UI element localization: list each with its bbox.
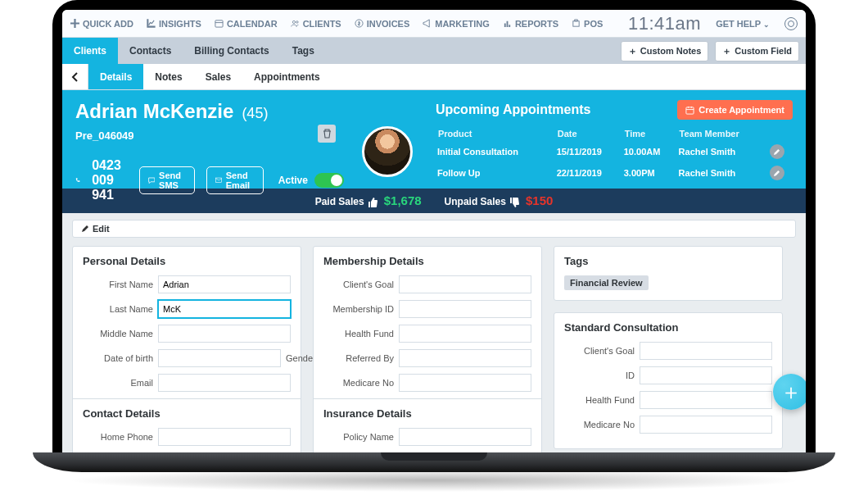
appointments-table: Product Date Time Team Member Initial Co… (436, 126, 793, 184)
nav-insights[interactable]: INSIGHTS (147, 19, 201, 29)
dob-label: Date of birth (83, 353, 153, 363)
send-email-button[interactable]: Send Email (206, 166, 264, 194)
panel-title: Personal Details (83, 255, 291, 267)
table-row: Initial Consultation 15/11/2019 10.00AM … (437, 142, 791, 161)
avatar[interactable] (362, 126, 413, 177)
policy-name-label: Policy Name (323, 432, 394, 442)
top-nav: QUICK ADD INSIGHTS CALENDAR CLIENTS (62, 10, 806, 38)
svg-point-2 (296, 21, 298, 24)
svg-rect-0 (215, 20, 223, 27)
tab-clients[interactable]: Clients (62, 38, 118, 64)
custom-field-button[interactable]: ＋ Custom Field (715, 41, 799, 61)
nav-marketing[interactable]: MARKETING (423, 19, 490, 29)
dollar-circle-icon (355, 19, 364, 28)
client-header: Adrian McKenzie (45) Pre_046049 0423 009… (62, 90, 806, 189)
detail-tabs: Details Notes Sales Appointments (62, 64, 806, 90)
nav-invoices[interactable]: INVOICES (355, 19, 410, 29)
tab-details[interactable]: Details (88, 64, 143, 89)
sc-fund-field[interactable] (640, 391, 772, 409)
sc-goal-field[interactable] (640, 342, 772, 360)
register-icon (572, 19, 581, 28)
trash-icon (323, 129, 332, 139)
personal-details-panel: Personal Details First Name Last Name Mi… (72, 246, 301, 452)
chart-bar-icon (503, 19, 512, 28)
client-goal-field[interactable] (399, 275, 531, 293)
first-name-field[interactable] (158, 275, 291, 293)
custom-notes-button[interactable]: ＋ Custom Notes (621, 41, 709, 61)
floating-add-button[interactable]: ＋ (773, 374, 806, 410)
edit-button[interactable]: Edit (72, 220, 796, 238)
back-button[interactable] (62, 64, 88, 89)
nav-reports[interactable]: REPORTS (503, 19, 558, 29)
plus-icon (70, 19, 79, 28)
tags-panel: Tags Financial Review (554, 246, 783, 301)
clock: 11:41am (628, 13, 701, 34)
sc-medicare-label: Medicare No (564, 420, 635, 430)
nav-pos[interactable]: POS (572, 19, 603, 29)
last-name-field[interactable] (158, 300, 291, 318)
panel-title: Standard Consultation (564, 321, 772, 334)
users-icon (291, 19, 300, 28)
chevron-down-icon: ⌄ (763, 20, 770, 29)
plus-icon: ＋ (722, 45, 731, 57)
get-help-menu[interactable]: GET HELP ⌄ (716, 19, 770, 29)
medicare-no-field[interactable] (399, 374, 531, 392)
delete-client-button[interactable] (318, 125, 336, 143)
chat-icon (148, 175, 155, 186)
section-tabs: Clients Contacts Billing Contacts Tags ＋… (62, 38, 806, 64)
table-row: Follow Up 22/11/2019 3.00PM Rachel Smith (437, 163, 791, 183)
standard-consultation-panel: Standard Consultation Client's Goal ID H… (554, 312, 783, 449)
svg-rect-4 (573, 21, 579, 26)
last-name-label: Last Name (83, 304, 153, 314)
tab-sales[interactable]: Sales (194, 64, 242, 89)
sc-goal-label: Client's Goal (564, 346, 635, 356)
thumbs-down-icon (509, 197, 520, 208)
pencil-icon (81, 225, 89, 233)
chart-line-icon (147, 19, 156, 28)
chevron-left-icon (71, 72, 79, 82)
send-sms-button[interactable]: Send SMS (139, 166, 195, 194)
calendar-icon (685, 106, 694, 115)
sc-id-field[interactable] (640, 366, 772, 384)
nav-clients[interactable]: CLIENTS (291, 19, 341, 29)
tab-appointments[interactable]: Appointments (242, 64, 332, 89)
create-appointment-button[interactable]: Create Appointment (677, 100, 793, 120)
home-phone-label: Home Phone (83, 432, 153, 442)
panel-title: Membership Details (323, 255, 531, 267)
panel-title: Insurance Details (323, 407, 531, 420)
sc-fund-label: Health Fund (564, 395, 635, 405)
nav-quick-add[interactable]: QUICK ADD (70, 19, 133, 29)
middle-name-field[interactable] (158, 325, 291, 343)
edit-appointment-button[interactable] (770, 144, 784, 159)
referred-by-label: Referred By (323, 353, 394, 363)
active-label: Active (278, 175, 308, 186)
dob-field[interactable] (158, 349, 281, 367)
svg-point-1 (292, 20, 295, 23)
tag-chip[interactable]: Financial Review (564, 275, 649, 290)
pencil-icon (773, 170, 780, 177)
active-toggle[interactable] (314, 173, 344, 188)
health-fund-field[interactable] (399, 325, 531, 343)
home-phone-field[interactable] (158, 428, 291, 446)
first-name-label: First Name (83, 280, 153, 289)
policy-name-field[interactable] (399, 428, 531, 446)
tab-notes[interactable]: Notes (143, 64, 193, 89)
tab-billing-contacts[interactable]: Billing Contacts (183, 38, 280, 64)
health-fund-label: Health Fund (323, 329, 394, 339)
referred-by-field[interactable] (399, 349, 531, 367)
upcoming-appointments-title: Upcoming Appointments (436, 102, 591, 117)
email-label: Email (83, 378, 153, 388)
membership-id-field[interactable] (399, 300, 531, 318)
panel-title: Contact Details (83, 407, 291, 420)
gear-icon[interactable] (784, 17, 798, 30)
phone-icon (75, 175, 80, 186)
edit-appointment-button[interactable] (770, 166, 784, 180)
tab-tags[interactable]: Tags (281, 38, 326, 64)
tab-contacts[interactable]: Contacts (118, 38, 183, 64)
email-field[interactable] (158, 374, 291, 392)
nav-calendar[interactable]: CALENDAR (215, 19, 278, 29)
client-age: (45) (242, 105, 268, 122)
client-name: Adrian McKenzie (45) (75, 100, 344, 123)
sc-medicare-field[interactable] (640, 416, 772, 434)
mail-icon (215, 175, 222, 186)
